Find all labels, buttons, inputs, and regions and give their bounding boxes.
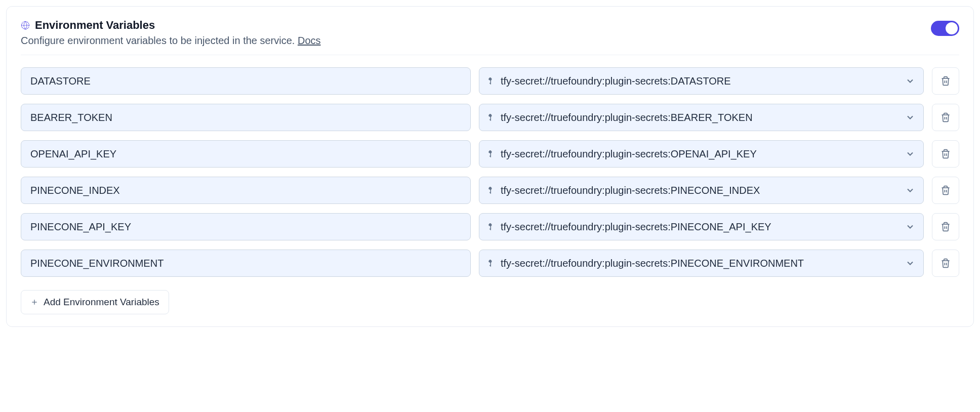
env-row: tfy-secret://truefoundry:plugin-secrets:… [21,250,959,277]
dropdown-button[interactable] [903,147,917,161]
dropdown-button[interactable] [903,183,917,197]
dropdown-button[interactable] [903,74,917,88]
chevron-down-icon [905,149,915,159]
delete-row-button[interactable] [932,250,959,277]
env-value-select[interactable]: tfy-secret://truefoundry:plugin-secrets:… [479,177,924,204]
env-value-select[interactable]: tfy-secret://truefoundry:plugin-secrets:… [479,250,924,277]
key-icon [486,259,496,268]
section-subtitle: Configure environment variables to be in… [21,35,321,47]
env-row: tfy-secret://truefoundry:plugin-secrets:… [21,177,959,204]
env-row: tfy-secret://truefoundry:plugin-secrets:… [21,104,959,131]
title-line: Environment Variables [21,19,321,32]
globe-icon [21,21,30,30]
dropdown-button[interactable] [903,256,917,270]
key-icon [486,149,496,158]
env-value-select[interactable]: tfy-secret://truefoundry:plugin-secrets:… [479,104,924,131]
trash-icon [941,76,951,86]
add-env-var-button[interactable]: Add Environment Variables [21,290,169,314]
chevron-down-icon [905,76,915,86]
dropdown-button[interactable] [903,110,917,125]
toggle-knob [946,22,958,34]
env-value-text: tfy-secret://truefoundry:plugin-secrets:… [501,75,898,87]
env-vars-card: Environment Variables Configure environm… [6,6,974,327]
env-value-select[interactable]: tfy-secret://truefoundry:plugin-secrets:… [479,67,924,95]
subtitle-text: Configure environment variables to be in… [21,35,298,46]
env-value-select[interactable]: tfy-secret://truefoundry:plugin-secrets:… [479,213,924,240]
env-row: tfy-secret://truefoundry:plugin-secrets:… [21,67,959,95]
chevron-down-icon [905,222,915,232]
delete-row-button[interactable] [932,140,959,168]
delete-row-button[interactable] [932,67,959,95]
env-value-select[interactable]: tfy-secret://truefoundry:plugin-secrets:… [479,140,924,168]
delete-row-button[interactable] [932,213,959,240]
env-value-text: tfy-secret://truefoundry:plugin-secrets:… [501,112,898,123]
env-value-text: tfy-secret://truefoundry:plugin-secrets:… [501,185,898,196]
trash-icon [941,149,951,159]
docs-link[interactable]: Docs [298,35,321,46]
env-rows: tfy-secret://truefoundry:plugin-secrets:… [21,67,959,277]
trash-icon [941,185,951,195]
trash-icon [941,258,951,268]
key-icon [486,222,496,231]
plus-icon [30,298,38,306]
env-name-input[interactable] [21,177,471,204]
delete-row-button[interactable] [932,104,959,131]
card-header: Environment Variables Configure environm… [21,19,959,55]
trash-icon [941,222,951,232]
env-name-input[interactable] [21,67,471,95]
trash-icon [941,112,951,122]
env-name-input[interactable] [21,250,471,277]
section-title: Environment Variables [35,19,155,32]
key-icon [486,76,496,86]
env-value-text: tfy-secret://truefoundry:plugin-secrets:… [501,258,898,269]
delete-row-button[interactable] [932,177,959,204]
env-value-text: tfy-secret://truefoundry:plugin-secrets:… [501,148,898,160]
add-button-label: Add Environment Variables [44,297,159,308]
env-name-input[interactable] [21,213,471,240]
chevron-down-icon [905,112,915,122]
enable-toggle[interactable] [931,21,959,36]
dropdown-button[interactable] [903,220,917,234]
key-icon [486,186,496,195]
env-row: tfy-secret://truefoundry:plugin-secrets:… [21,213,959,240]
chevron-down-icon [905,258,915,268]
env-name-input[interactable] [21,140,471,168]
env-name-input[interactable] [21,104,471,131]
header-left: Environment Variables Configure environm… [21,19,321,47]
env-value-text: tfy-secret://truefoundry:plugin-secrets:… [501,221,898,233]
key-icon [486,113,496,122]
env-row: tfy-secret://truefoundry:plugin-secrets:… [21,140,959,168]
chevron-down-icon [905,185,915,195]
